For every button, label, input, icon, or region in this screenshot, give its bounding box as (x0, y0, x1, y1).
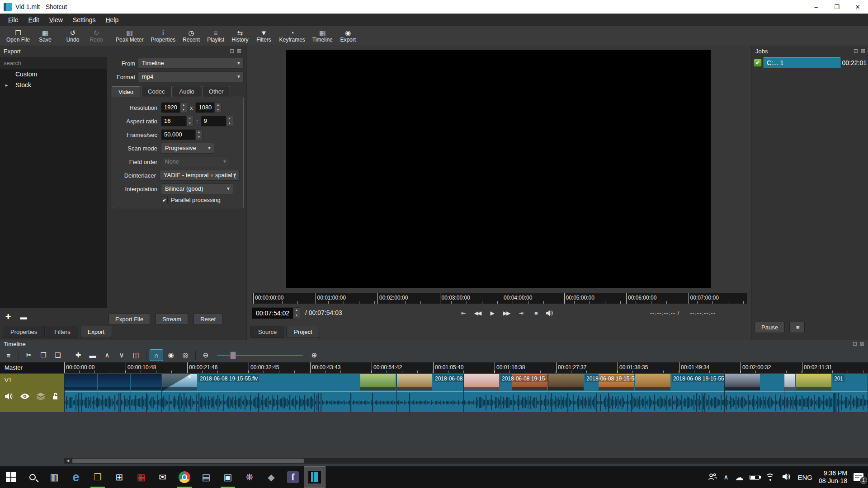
taskbar-shotcut[interactable] (304, 466, 326, 488)
ripple-all-tracks-button[interactable]: ◎ (179, 349, 192, 361)
taskbar-start[interactable] (0, 466, 22, 488)
menu-settings[interactable]: Settings (68, 15, 100, 25)
tray-volume-icon[interactable] (782, 473, 791, 482)
ripple-delete-button[interactable]: ▬ (86, 349, 99, 361)
copy-button[interactable]: ❐ (37, 349, 50, 361)
bottom-tab-export[interactable]: Export (80, 326, 113, 338)
video-track-v1[interactable]: 2018-06-08 19-15-55.flv 2018-06-08 19 20… (64, 374, 868, 412)
jobs-menu-button[interactable]: ≡ (789, 322, 805, 333)
preset-search-input[interactable] (0, 57, 107, 69)
timeline-clip[interactable]: 201 (796, 374, 868, 412)
tab-other[interactable]: Other (202, 86, 231, 97)
lock-track-icon[interactable] (52, 392, 59, 400)
menu-file[interactable]: File (4, 15, 23, 25)
export-file-button[interactable]: Export File (108, 314, 150, 325)
tab-audio[interactable]: Audio (173, 86, 201, 97)
timeline-zoom-slider[interactable] (217, 349, 303, 361)
composite-track-icon[interactable] (36, 393, 45, 400)
job-name[interactable]: C:... 1 (764, 57, 840, 68)
scrollbar-thumb[interactable] (72, 459, 304, 463)
minimize-button[interactable]: – (806, 0, 826, 14)
taskbar-screen-sketch[interactable]: ▣ (217, 466, 239, 488)
bottom-tab-properties[interactable]: Properties (3, 326, 45, 338)
taskbar-paint-app[interactable]: ❋ (239, 466, 260, 488)
taskbar-search[interactable] (22, 466, 43, 488)
pause-button[interactable]: Pause (755, 322, 785, 333)
track-header-v1[interactable]: V1 (0, 374, 64, 412)
tray-chevron-icon[interactable]: ∧ (723, 473, 728, 481)
preset-item-custom[interactable]: Custom (0, 69, 107, 80)
menu-view[interactable]: View (45, 15, 67, 25)
expand-arrow-icon[interactable]: ▸ (5, 80, 8, 90)
toolbar-recent-button[interactable]: ◷ Recent (179, 26, 203, 46)
timeline-clip[interactable] (131, 374, 161, 412)
parallel-processing-checkbox[interactable]: ✔ (161, 197, 168, 203)
taskbar-gift-app[interactable]: ▦ (130, 466, 152, 488)
stream-button[interactable]: Stream (156, 314, 188, 325)
jobs-float-icon[interactable]: ⊡ (854, 48, 858, 54)
timeline-clip[interactable]: 2018-06-08 19 (396, 374, 463, 412)
timeline-float-icon[interactable]: ⊡ (853, 341, 857, 347)
spinner-arrows[interactable]: ▲▼ (180, 103, 187, 113)
interpolation-combo[interactable]: Bilinear (good)▼ (161, 183, 233, 194)
timeline-clip[interactable]: 2018-06-08 19-15-55.flv (548, 374, 635, 412)
timeline-clip[interactable]: 2018-06-08 19-15-55.flv (161, 374, 396, 412)
zoom-out-button[interactable]: ⊖ (199, 349, 212, 361)
format-combo[interactable]: mp4▼ (138, 71, 244, 82)
job-row[interactable]: ✔ C:... 1 00:22:01 (754, 57, 867, 69)
taskbar-file-explorer[interactable]: ❒ (87, 466, 108, 488)
onedrive-icon[interactable]: ☁ (735, 472, 743, 483)
toolbar-keyframes-button[interactable]: ◔ Keyframes (275, 26, 308, 46)
fade-in-handle-dot[interactable] (188, 375, 191, 378)
toolbar-playlist-button[interactable]: ≡ Playlist (203, 26, 228, 46)
language-indicator[interactable]: ENG (797, 474, 812, 481)
toolbar-save-button[interactable]: ▦ Save (33, 26, 57, 46)
tab-codec[interactable]: Codec (141, 86, 172, 97)
hide-track-icon[interactable] (20, 393, 30, 399)
resolution-width-spinbox[interactable]: 1920 ▲▼ (161, 102, 187, 113)
timeline-close-icon[interactable]: ⊠ (860, 341, 864, 347)
cut-button[interactable]: ✂ (22, 349, 36, 361)
export-close-icon[interactable]: ⊠ (237, 48, 241, 54)
taskbar-notes-app[interactable]: ▤ (195, 466, 217, 488)
player-tab-source[interactable]: Source (250, 326, 284, 338)
export-float-icon[interactable]: ⊡ (230, 48, 234, 54)
lift-button[interactable]: ∧ (100, 349, 114, 361)
from-combo[interactable]: Timeline▼ (138, 58, 244, 69)
chevron-down-icon[interactable]: ▾ (535, 311, 536, 315)
timeline-clip[interactable]: 2018-06-08 19-15-55.flv (635, 374, 724, 412)
taskbar-store[interactable]: ⊞ (108, 466, 130, 488)
timeline-clip[interactable]: 2018-06-08 19-15- (463, 374, 548, 412)
taskbar-facebook[interactable]: f (282, 466, 304, 488)
timeline-menu-button[interactable]: ≡ (2, 349, 15, 361)
spinner-arrows[interactable]: ▲▼ (214, 103, 221, 113)
taskbar-game-app[interactable]: ◆ (260, 466, 282, 488)
preset-item-stock[interactable]: ▸Stock (0, 80, 107, 90)
rewind-button[interactable]: ◀◀ (472, 308, 483, 319)
menu-help[interactable]: Help (101, 15, 123, 25)
aspect-h-spinbox[interactable]: 9 ▲▼ (201, 116, 233, 127)
reset-button[interactable]: Reset (193, 314, 222, 325)
mute-track-icon[interactable] (5, 393, 14, 400)
toolbar-undo-button[interactable]: ↺ Undo (61, 26, 85, 46)
toolbar-peak-meter-button[interactable]: ▥ Peak Meter (112, 26, 147, 46)
fade-in-handle[interactable] (162, 374, 191, 391)
people-icon[interactable] (708, 473, 717, 482)
scrub-while-dragging-button[interactable]: ◉ (164, 349, 178, 361)
add-preset-button[interactable]: ✚ (3, 312, 14, 322)
split-button[interactable]: ◫ (129, 349, 143, 361)
toolbar-timeline-button[interactable]: ▦ Timeline (309, 26, 336, 46)
player-tab-project[interactable]: Project (286, 326, 320, 338)
fast-forward-button[interactable]: ▶▶ (501, 308, 512, 319)
zoom-in-button[interactable]: ⊕ (307, 349, 321, 361)
scan-mode-combo[interactable]: Progressive▼ (161, 143, 214, 154)
aspect-w-spinbox[interactable]: 16 ▲▼ (161, 116, 193, 127)
paste-button[interactable]: ❑ (51, 349, 65, 361)
close-button[interactable]: ✕ (847, 0, 868, 14)
snap-button[interactable]: ∩ (150, 349, 163, 361)
master-track-header[interactable]: Master (0, 362, 64, 373)
timeline-clip[interactable] (724, 374, 784, 412)
remove-preset-button[interactable]: ▬ (18, 312, 29, 322)
position-spinner[interactable]: ▲▼ (293, 307, 300, 319)
toolbar-export-button[interactable]: ◉ Export (336, 26, 360, 46)
